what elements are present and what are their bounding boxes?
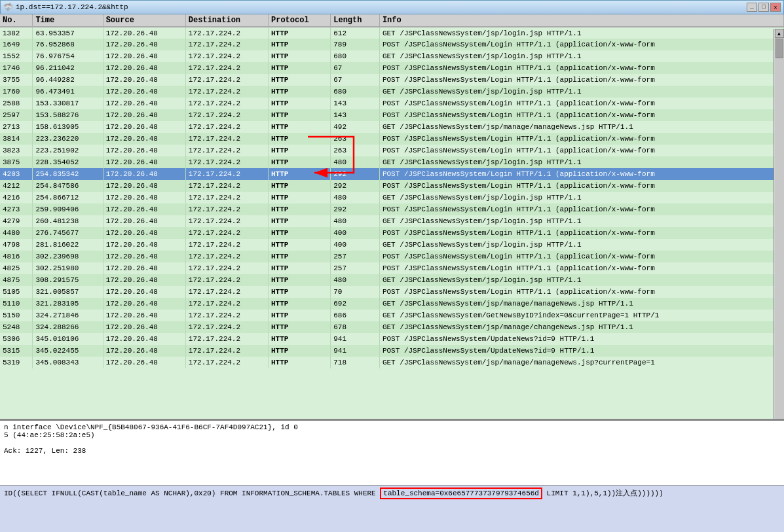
table-row[interactable]: 4203254.835342172.20.26.48172.17.224.2HT… <box>0 168 784 180</box>
maximize-button[interactable]: □ <box>758 3 769 12</box>
table-row[interactable]: 5110321.283105172.20.26.48172.17.224.2HT… <box>0 298 784 310</box>
minimize-button[interactable]: _ <box>747 3 757 12</box>
table-row[interactable]: 4825302.251980172.20.26.48172.17.224.2HT… <box>0 262 784 274</box>
table-row[interactable]: 5248324.288266172.20.26.48172.17.224.2HT… <box>0 321 784 333</box>
table-row[interactable]: 2588153.330817172.20.26.48172.17.224.2HT… <box>0 98 784 109</box>
table-row[interactable]: 4273259.909406172.20.26.48172.17.224.2HT… <box>0 204 784 215</box>
table-row[interactable]: 3814223.236220172.20.26.48172.17.224.2HT… <box>0 133 784 145</box>
table-row[interactable]: 4212254.847586172.20.26.48172.17.224.2HT… <box>0 180 784 192</box>
table-row[interactable]: 5105321.005857172.20.26.48172.17.224.2HT… <box>0 286 784 298</box>
hex-highlighted-value: table_schema=0x6e657773737979374656d <box>380 488 542 499</box>
packet-table: No. Time Source Destination Protocol Len… <box>0 14 784 368</box>
table-row[interactable]: 5315345.022455172.20.26.48172.17.224.2HT… <box>0 345 784 357</box>
scroll-thumb[interactable] <box>775 39 783 58</box>
hex-content: ID((SELECT IFNULL(CAST(table_name AS NCH… <box>4 488 780 498</box>
detail-line-2: 5 (44:ae:25:58:2a:e5) <box>4 431 780 439</box>
table-row[interactable]: 4279260.481238172.20.26.48172.17.224.2HT… <box>0 215 784 227</box>
table-row[interactable]: 2713158.613905172.20.26.48172.17.224.2HT… <box>0 121 784 133</box>
table-row[interactable]: 155276.976754172.20.26.48172.17.224.2HTT… <box>0 50 784 62</box>
hex-text-prefix: ID((SELECT IFNULL(CAST(table_name AS NCH… <box>4 489 376 497</box>
table-row[interactable]: 3875228.354052172.20.26.48172.17.224.2HT… <box>0 156 784 168</box>
close-button[interactable]: ✕ <box>770 3 781 12</box>
table-row[interactable]: 4798281.816022172.20.26.48172.17.224.2HT… <box>0 239 784 251</box>
scroll-track <box>775 38 784 420</box>
window-title: ip.dst==172.17.224.2&&http <box>16 3 745 11</box>
hex-panel: ID((SELECT IFNULL(CAST(table_name AS NCH… <box>0 486 784 532</box>
table-row[interactable]: 2597153.588276172.20.26.48172.17.224.2HT… <box>0 109 784 121</box>
table-row[interactable]: 176096.473491172.20.26.48172.17.224.2HTT… <box>0 86 784 98</box>
table-row[interactable]: 3823223.251902172.20.26.48172.17.224.2HT… <box>0 145 784 156</box>
table-row[interactable]: 375596.449282172.20.26.48172.17.224.2HTT… <box>0 74 784 86</box>
table-row[interactable]: 4875308.291575172.20.26.48172.17.224.2HT… <box>0 274 784 286</box>
packet-table-area: No. Time Source Destination Protocol Len… <box>0 14 784 420</box>
col-time: Time <box>33 14 103 27</box>
packet-table-body: 138263.953357172.20.26.48172.17.224.2HTT… <box>0 27 784 368</box>
title-bar: 🦈 ip.dst==172.17.224.2&&http _ □ ✕ <box>0 0 784 14</box>
col-length: Length <box>331 14 380 27</box>
vertical-scrollbar[interactable]: ▲ ▼ <box>774 29 784 420</box>
table-row[interactable]: 164976.952868172.20.26.48172.17.224.2HTT… <box>0 39 784 50</box>
table-row[interactable]: 5150324.271846172.20.26.48172.17.224.2HT… <box>0 310 784 321</box>
detail-line-3 <box>4 439 780 447</box>
detail-line-1: n interface \Device\NPF_{B5B48067-936A-4… <box>4 423 780 431</box>
table-row[interactable]: 138263.953357172.20.26.48172.17.224.2HTT… <box>0 27 784 39</box>
table-row[interactable]: 5319345.008343172.20.26.48172.17.224.2HT… <box>0 357 784 368</box>
table-header-row: No. Time Source Destination Protocol Len… <box>0 14 784 27</box>
col-protocol: Protocol <box>268 14 330 27</box>
table-row[interactable]: 4216254.866712172.20.26.48172.17.224.2HT… <box>0 192 784 204</box>
table-row[interactable]: 174696.211042172.20.26.48172.17.224.2HTT… <box>0 62 784 74</box>
wireshark-icon: 🦈 <box>3 3 13 12</box>
detail-panel: n interface \Device\NPF_{B5B48067-936A-4… <box>0 420 784 486</box>
col-destination: Destination <box>185 14 268 27</box>
hex-text-suffix: LIMIT 1,1),5,1))注入点)))))) <box>547 489 663 497</box>
col-info: Info <box>379 14 783 27</box>
scroll-up-button[interactable]: ▲ <box>775 29 784 38</box>
table-row[interactable]: 4480276.745677172.20.26.48172.17.224.2HT… <box>0 227 784 239</box>
col-no: No. <box>0 14 33 27</box>
table-row[interactable]: 5306345.010106172.20.26.48172.17.224.2HT… <box>0 333 784 345</box>
detail-line-4: Ack: 1227, Len: 238 <box>4 447 780 455</box>
table-row[interactable]: 4816302.239698172.20.26.48172.17.224.2HT… <box>0 251 784 262</box>
col-source: Source <box>103 14 185 27</box>
